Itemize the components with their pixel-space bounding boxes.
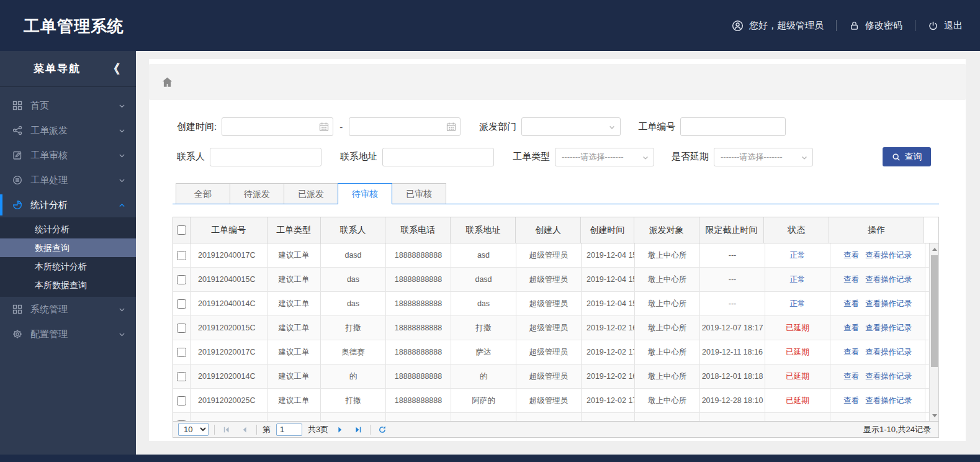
view-link[interactable]: 查看 (843, 250, 859, 261)
view-log-link[interactable]: 查看操作记录 (865, 347, 912, 358)
sidebar-item-system[interactable]: 系统管理 (0, 297, 136, 322)
change-password-button[interactable]: 修改密码 (849, 20, 902, 32)
search-button[interactable]: 查询 (883, 147, 931, 166)
row-select-cell (173, 413, 191, 422)
calendar-icon[interactable] (319, 122, 329, 132)
view-log-link[interactable]: 查看操作记录 (865, 371, 912, 382)
submenu-item-data-query[interactable]: 数据查询 (0, 238, 136, 257)
sidebar-item-process[interactable]: 工单处理 (0, 168, 136, 192)
search-icon (892, 153, 901, 161)
cell-actions: 查看 查看操作记录 (830, 340, 925, 364)
status-badge: 正常 (765, 268, 830, 291)
last-page-icon[interactable] (352, 425, 364, 435)
cell-deadline: --- (700, 268, 765, 291)
sidebar-item-label: 工单派发 (30, 125, 68, 137)
scroll-up-icon[interactable] (930, 245, 939, 253)
created-time-end-input[interactable] (349, 117, 461, 136)
sidebar-item-review[interactable]: 工单审核 (0, 143, 136, 168)
row-select-cell (173, 268, 191, 291)
dispatch-dept-select[interactable] (521, 117, 621, 136)
scrollbar-thumb[interactable] (931, 255, 938, 367)
cell-target (635, 413, 700, 422)
view-log-link[interactable]: 查看操作记录 (865, 250, 912, 261)
view-link[interactable]: 查看 (843, 347, 859, 358)
chevron-up-icon (118, 201, 126, 209)
sidebar-item-label: 配置管理 (30, 328, 68, 340)
cell-target: 墩上中心所 (635, 389, 700, 412)
home-icon[interactable] (161, 76, 173, 88)
delay-field: -------请选择------- (714, 148, 813, 166)
row-checkbox[interactable] (177, 324, 186, 333)
sidebar-item-label: 工单处理 (30, 174, 68, 186)
sidebar-item-config[interactable]: 配置管理 (0, 322, 136, 346)
view-link[interactable]: 查看 (843, 274, 859, 285)
next-page-icon[interactable] (334, 425, 346, 435)
row-checkbox[interactable] (177, 299, 186, 309)
table-row: 201912020025C 建议工单 打撒 18888888888 阿萨的 超级… (173, 389, 938, 413)
cell-contact: dasd (321, 243, 386, 267)
view-link[interactable]: 查看 (843, 371, 859, 382)
row-checkbox[interactable] (177, 396, 186, 405)
cell-address: 阿萨的 (451, 389, 516, 412)
sidebar-collapse-icon[interactable]: 《 (107, 63, 120, 75)
tab-dispatched[interactable]: 已派发 (284, 183, 338, 204)
tab-to-review[interactable]: 待审核 (338, 183, 392, 204)
tab-to-dispatch[interactable]: 待派发 (230, 183, 284, 204)
row-checkbox[interactable] (177, 348, 186, 357)
user-greeting[interactable]: 您好，超级管理员 (732, 20, 824, 32)
select-all-checkbox[interactable] (177, 225, 186, 235)
row-checkbox[interactable] (177, 251, 186, 260)
contact-input[interactable] (210, 148, 321, 166)
view-log-link[interactable]: 查看操作记录 (865, 323, 912, 333)
order-no-input[interactable] (680, 117, 786, 136)
tab-all[interactable]: 全部 (176, 183, 230, 204)
calendar-icon[interactable] (446, 122, 456, 132)
cell-order-type: 建议工单 (267, 365, 321, 388)
sidebar-item-statistics[interactable]: 统计分析 (0, 192, 136, 217)
cell-phone (386, 413, 451, 422)
header-divider (836, 20, 837, 31)
table-scrollbar[interactable] (929, 243, 938, 421)
prev-page-icon[interactable] (238, 425, 251, 435)
header-spacer-cell (924, 217, 938, 243)
row-checkbox[interactable] (177, 420, 186, 422)
cell-created: 2019-12-04 15 (582, 243, 635, 267)
power-icon (928, 20, 938, 31)
view-log-link[interactable]: 查看操作记录 (865, 396, 912, 406)
refresh-icon[interactable] (376, 425, 389, 435)
row-checkbox[interactable] (177, 275, 186, 284)
page-size-select[interactable]: 10 (178, 423, 209, 436)
submenu-item-local-statistics[interactable]: 本所统计分析 (0, 257, 136, 276)
cell-address: das (451, 292, 516, 315)
view-link[interactable]: 查看 (843, 299, 859, 309)
view-log-link[interactable]: 查看操作记录 (865, 299, 912, 309)
logout-button[interactable]: 退出 (928, 20, 963, 32)
cell-contact: das (321, 268, 386, 291)
view-link[interactable]: 查看 (843, 396, 859, 406)
cell-order-no: 201912020014C (191, 365, 267, 388)
cell-creator: 超级管理员 (516, 292, 582, 315)
sidebar-item-dispatch[interactable]: 工单派发 (0, 118, 136, 143)
order-type-select[interactable]: -------请选择------- (555, 148, 654, 166)
page-number-input[interactable] (276, 424, 302, 436)
order-type-field: -------请选择------- (555, 148, 654, 166)
view-log-link[interactable]: 查看操作记录 (865, 274, 912, 285)
created-time-start-input[interactable] (222, 117, 333, 136)
cell-order-no: 201912040015C (191, 268, 267, 291)
delay-select[interactable]: -------请选择------- (714, 148, 813, 166)
row-checkbox[interactable] (177, 372, 186, 381)
submenu-item-statistics[interactable]: 统计分析 (0, 220, 136, 238)
address-input[interactable] (382, 148, 494, 166)
scroll-down-icon[interactable] (930, 411, 939, 420)
tab-reviewed[interactable]: 已审核 (392, 183, 446, 204)
cell-created: 2019-12-02 17 (582, 340, 635, 364)
sidebar-item-home[interactable]: 首页 (0, 93, 136, 118)
first-page-icon[interactable] (220, 425, 233, 435)
submenu-item-local-data-query[interactable]: 本所数据查询 (0, 276, 136, 294)
cell-address (451, 413, 516, 422)
view-link[interactable]: 查看 (843, 323, 859, 333)
col-order-no: 工单编号 (191, 217, 267, 243)
cell-order-no: 201912020025C (191, 389, 267, 412)
col-contact: 联系人 (321, 217, 386, 243)
page-prefix-label: 第 (263, 424, 271, 435)
